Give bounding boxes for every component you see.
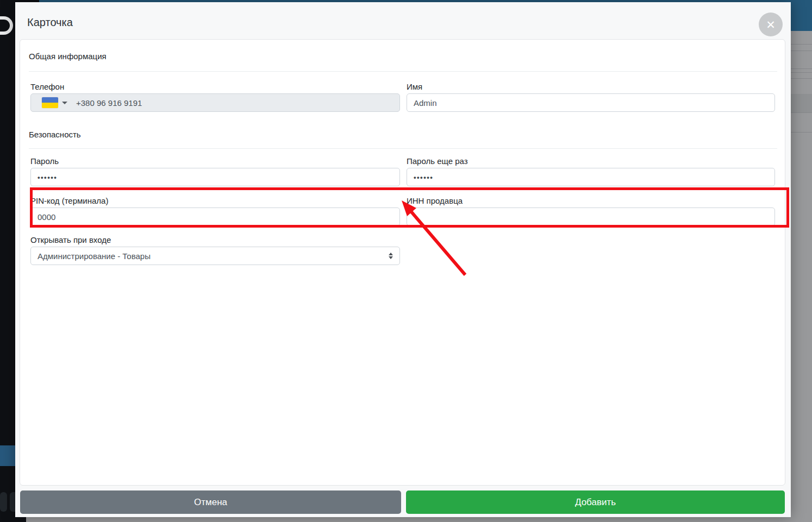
- pin-input[interactable]: [30, 207, 400, 226]
- background-table-row-border: [791, 78, 812, 79]
- section-divider: [29, 148, 777, 149]
- inn-input[interactable]: [407, 207, 775, 226]
- phone-number-value: +380 96 916 9191: [73, 98, 142, 108]
- name-input[interactable]: [407, 93, 775, 112]
- cancel-button[interactable]: Отмена: [20, 490, 401, 514]
- password-input[interactable]: ••••••: [30, 168, 400, 186]
- password-repeat-label: Пароль еще раз: [407, 156, 775, 166]
- card-modal: Карточка ✕ Общая информация Телефон +380…: [15, 2, 791, 517]
- modal-title: Карточка: [27, 16, 73, 29]
- background-table-row-border: [791, 112, 812, 113]
- country-selector[interactable]: [31, 97, 73, 108]
- open-at-login-value: Администрирование - Товары: [38, 251, 151, 261]
- background-table-row-border: [791, 72, 812, 73]
- chevron-down-icon: [62, 102, 67, 104]
- section-divider: [29, 71, 777, 72]
- background-table-row-selected: [791, 94, 812, 112]
- background-sidebar-button: [0, 492, 7, 512]
- close-icon: ✕: [766, 19, 776, 30]
- phone-input[interactable]: +380 96 916 9191: [30, 93, 400, 112]
- open-at-login-label: Открывать при входе: [30, 235, 400, 244]
- section-title-security: Безопасность: [29, 130, 81, 139]
- add-button[interactable]: Добавить: [406, 490, 785, 514]
- inn-label: ИНН продавца: [407, 196, 775, 205]
- close-button[interactable]: ✕: [759, 12, 783, 36]
- select-arrows-icon: [389, 253, 393, 259]
- background-table-row-border: [791, 51, 812, 51]
- background-table-row-border: [791, 44, 812, 45]
- logo-glyph: [0, 16, 13, 35]
- background-table-row-border: [791, 132, 812, 133]
- name-label: Имя: [407, 82, 775, 91]
- form-card: Общая информация Телефон +380 96 916 919…: [20, 39, 785, 486]
- password-repeat-input[interactable]: ••••••: [407, 168, 775, 186]
- password-label: Пароль: [30, 156, 400, 166]
- background-table-row-border: [791, 68, 812, 69]
- phone-label: Телефон: [30, 82, 400, 91]
- pin-label: PIN-код (терминала): [30, 196, 400, 205]
- open-at-login-select[interactable]: Администрирование - Товары: [30, 247, 400, 265]
- section-title-general: Общая информация: [29, 52, 107, 61]
- ukraine-flag-icon: [42, 97, 58, 108]
